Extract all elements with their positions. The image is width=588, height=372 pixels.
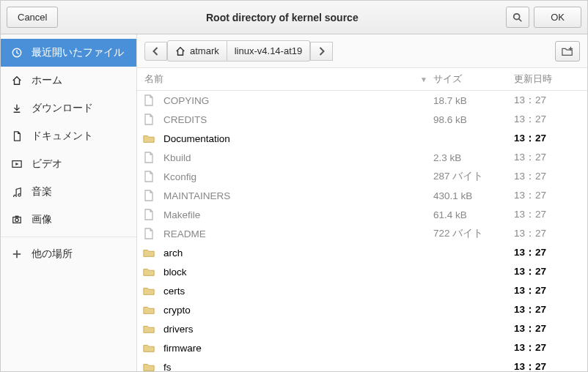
file-size: 98.6 kB xyxy=(433,114,514,125)
sidebar-item-music[interactable]: 音楽 xyxy=(1,178,136,206)
file-date: 13：27 xyxy=(514,360,580,371)
file-row[interactable]: Kbuild2.3 kB13：27 xyxy=(137,148,587,167)
folder-row[interactable]: block13：27 xyxy=(137,262,587,281)
file-row[interactable]: CREDITS98.6 kB13：27 xyxy=(137,110,587,129)
recent-icon xyxy=(11,47,23,59)
path-segment-label: atmark xyxy=(190,45,219,56)
file-name: Documentation xyxy=(161,133,433,144)
folder-row[interactable]: Documentation13：27 xyxy=(137,129,587,148)
file-icon xyxy=(142,209,156,220)
plus-icon xyxy=(11,248,23,260)
file-date: 13：27 xyxy=(514,151,580,164)
sidebar-item-label: ビデオ xyxy=(32,157,62,171)
sidebar-item-other[interactable]: 他の場所 xyxy=(1,240,136,268)
file-name: arch xyxy=(161,248,433,258)
file-row[interactable]: COPYING18.7 kB13：27 xyxy=(137,91,587,110)
dialog-title: Root directory of kernel source xyxy=(206,12,359,23)
file-name: README xyxy=(161,228,433,239)
file-name: drivers xyxy=(161,324,433,335)
svg-point-0 xyxy=(514,13,520,19)
folder-row[interactable]: crypto13：27 xyxy=(137,300,587,319)
pathbar: atmarklinux-v4.14-at19 xyxy=(137,34,587,68)
home-icon xyxy=(11,75,23,86)
download-icon xyxy=(11,103,23,114)
sidebar: 最近開いたファイルホームダウンロードドキュメントビデオ音楽画像 他の場所 xyxy=(1,34,137,371)
ok-button[interactable]: OK xyxy=(534,7,581,28)
file-icon xyxy=(142,228,156,239)
chevron-right-icon xyxy=(318,47,325,56)
sidebar-item-download[interactable]: ダウンロード xyxy=(1,94,136,122)
file-icon xyxy=(142,171,156,182)
file-name: Makefile xyxy=(161,209,433,220)
file-name: firmware xyxy=(161,343,433,354)
folder-row[interactable]: drivers13：27 xyxy=(137,319,587,338)
search-icon xyxy=(512,12,523,23)
path-segment-label: linux-v4.14-at19 xyxy=(235,45,303,56)
cancel-button[interactable]: Cancel xyxy=(7,7,58,28)
file-size: 2.3 kB xyxy=(433,152,514,163)
path-segment[interactable]: atmark xyxy=(167,40,227,62)
folder-row[interactable]: arch13：27 xyxy=(137,243,587,262)
file-icon xyxy=(142,114,156,125)
file-icon xyxy=(142,190,156,201)
svg-line-1 xyxy=(519,18,522,21)
sidebar-item-label: 他の場所 xyxy=(32,248,73,261)
sidebar-item-home[interactable]: ホーム xyxy=(1,67,136,94)
sidebar-item-label: ドキュメント xyxy=(32,130,93,143)
folder-row[interactable]: firmware13：27 xyxy=(137,338,587,357)
sidebar-item-label: 画像 xyxy=(32,213,52,226)
column-headers: 名前 ▼ サイズ 更新日時 xyxy=(137,68,587,91)
sort-indicator-icon: ▼ xyxy=(420,75,427,83)
picture-icon xyxy=(11,214,23,226)
file-date: 13：27 xyxy=(514,113,580,126)
path-forward-button[interactable] xyxy=(310,42,333,61)
file-date: 13：27 xyxy=(514,265,580,278)
path-segment[interactable]: linux-v4.14-at19 xyxy=(227,40,311,62)
search-button[interactable] xyxy=(506,7,529,28)
file-row[interactable]: MAINTAINERS430.1 kB13：27 xyxy=(137,186,587,205)
sidebar-item-label: ホーム xyxy=(32,74,62,87)
sidebar-item-picture[interactable]: 画像 xyxy=(1,206,136,234)
file-size: 430.1 kB xyxy=(433,190,514,201)
file-icon xyxy=(142,94,156,106)
column-name-label: 名前 xyxy=(144,72,163,86)
file-row[interactable]: Kconfig287 バイト13：27 xyxy=(137,167,587,186)
file-date: 13：27 xyxy=(514,170,580,183)
file-date: 13：27 xyxy=(514,284,580,297)
column-size[interactable]: サイズ xyxy=(433,72,514,86)
sidebar-item-label: ダウンロード xyxy=(32,102,93,115)
file-size: 61.4 kB xyxy=(433,209,514,220)
music-icon xyxy=(11,186,23,198)
new-folder-icon xyxy=(562,46,573,56)
sidebar-item-video[interactable]: ビデオ xyxy=(1,150,136,178)
svg-point-5 xyxy=(15,218,18,221)
file-name: block xyxy=(161,267,433,278)
file-date: 13：27 xyxy=(514,341,580,354)
folder-icon xyxy=(142,247,156,258)
folder-icon xyxy=(142,323,156,335)
sidebar-item-label: 最近開いたファイル xyxy=(32,46,124,59)
column-name[interactable]: 名前 ▼ xyxy=(142,72,433,86)
sidebar-item-recent[interactable]: 最近開いたファイル xyxy=(1,39,136,67)
folder-icon xyxy=(142,266,156,278)
file-size: 287 バイト xyxy=(433,170,514,183)
file-list[interactable]: COPYING18.7 kB13：27CREDITS98.6 kB13：27Do… xyxy=(137,91,587,371)
path-back-button[interactable] xyxy=(144,42,167,61)
column-date[interactable]: 更新日時 xyxy=(514,72,580,86)
separator xyxy=(1,237,136,237)
sidebar-item-document[interactable]: ドキュメント xyxy=(1,122,136,150)
file-row[interactable]: README722 バイト13：27 xyxy=(137,224,587,243)
file-date: 13：27 xyxy=(514,322,580,335)
new-folder-button[interactable] xyxy=(555,41,580,62)
file-name: crypto xyxy=(161,305,433,316)
file-name: certs xyxy=(161,286,433,297)
file-date: 13：27 xyxy=(514,227,580,240)
file-row[interactable]: Makefile61.4 kB13：27 xyxy=(137,205,587,224)
folder-row[interactable]: fs13：27 xyxy=(137,357,587,371)
folder-row[interactable]: certs13：27 xyxy=(137,281,587,300)
titlebar: Cancel Root directory of kernel source O… xyxy=(1,1,587,34)
sidebar-item-label: 音楽 xyxy=(32,185,52,198)
file-date: 13：27 xyxy=(514,208,580,221)
file-date: 13：27 xyxy=(514,246,580,259)
folder-icon xyxy=(142,342,156,354)
